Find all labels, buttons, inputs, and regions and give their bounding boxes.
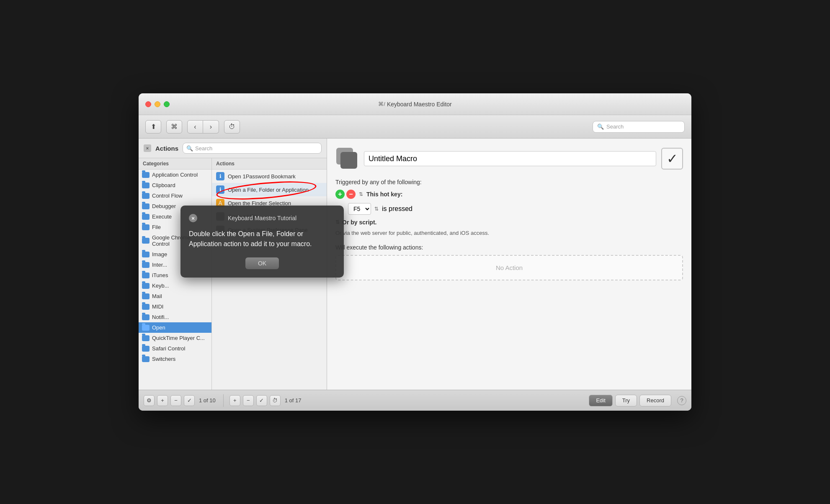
category-quicktime[interactable]: QuickTime Player C... [139, 333, 211, 343]
macro-icon [335, 147, 359, 170]
nav-buttons: ‹ › [187, 120, 219, 134]
trigger-row: + − ⇅ This hot key: [335, 190, 683, 199]
category-control-flow[interactable]: Control Flow [139, 190, 211, 201]
categories-header: Categories [139, 158, 211, 170]
macro-name-input[interactable] [364, 151, 656, 166]
triggered-by-label: Triggered by any of the following: [335, 179, 683, 185]
hotkey-row: F5 ⇅ is pressed [348, 203, 683, 215]
folder-icon [142, 262, 150, 268]
tutorial-header: × Keyboard Maestro Tutorial [189, 214, 335, 222]
folder-icon [142, 346, 150, 352]
actions-col-header: Actions [212, 158, 327, 170]
web-server-text: Or via the web server for public, authen… [335, 229, 683, 237]
remove-macro-button[interactable]: − [170, 395, 181, 406]
action-open-1password[interactable]: ℹ Open 1Password Bookmark [212, 170, 327, 183]
macros-count: 1 of 10 [199, 397, 216, 404]
icon-front-layer [340, 152, 357, 169]
folder-icon [142, 214, 150, 220]
folder-icon [142, 203, 150, 209]
folder-icon [142, 273, 150, 278]
category-mail[interactable]: Mail [139, 291, 211, 301]
history-button[interactable]: ⏱ [224, 120, 240, 134]
or-by-script-row: ⇅ Or by script. [335, 219, 683, 226]
toolbar: ⬆ ⌘ ‹ › ⏱ 🔍 Search [139, 115, 691, 139]
window-title: ⌘/ Keyboard Maestro Editor [378, 101, 451, 108]
minimize-button[interactable] [155, 101, 160, 107]
help-button[interactable]: ? [677, 396, 686, 405]
try-button[interactable]: Try [615, 395, 637, 406]
folder-icon [142, 304, 150, 310]
action-history-button[interactable]: ⏱ [270, 395, 281, 406]
maximize-button[interactable] [164, 101, 170, 107]
add-trigger-button[interactable]: + [335, 190, 345, 199]
category-safari[interactable]: Safari Control [139, 343, 211, 354]
add-macro-button[interactable]: + [157, 395, 168, 406]
bottom-divider [223, 394, 224, 407]
folder-icon [142, 314, 150, 320]
tutorial-popup: × Keyboard Maestro Tutorial Double click… [180, 206, 344, 278]
this-hot-key-label: This hot key: [366, 191, 402, 198]
search-icon: 🔍 [597, 123, 604, 130]
is-pressed-updown: ⇅ [374, 206, 379, 212]
traffic-lights [145, 101, 170, 107]
tutorial-title: Keyboard Maestro Tutorial [228, 215, 296, 221]
add-action-button[interactable]: + [229, 395, 240, 406]
main-window: ⌘/ Keyboard Maestro Editor ⬆ ⌘ ‹ › ⏱ 🔍 S… [139, 93, 691, 411]
category-clipboard[interactable]: Clipboard [139, 180, 211, 190]
record-button[interactable]: Record [639, 395, 671, 406]
back-button[interactable]: ‹ [187, 120, 203, 134]
right-panel: ✓ Triggered by any of the following: + −… [327, 139, 691, 390]
folder-icon [142, 224, 150, 230]
folder-icon [142, 283, 150, 289]
folder-icon [142, 293, 150, 299]
enable-action-button[interactable]: ✓ [256, 395, 267, 406]
actions-search[interactable]: 🔍 Search [183, 143, 322, 154]
edit-button[interactable]: Edit [589, 395, 612, 406]
updown-icon: ⇅ [359, 191, 363, 197]
is-pressed-label: is pressed [382, 205, 412, 213]
folder-icon [142, 325, 150, 331]
cmd-button[interactable]: ⌘ [166, 120, 182, 134]
action-icon: ℹ [216, 185, 224, 194]
folder-icon [142, 193, 150, 199]
left-panel-header: × Actions 🔍 Search [139, 139, 327, 158]
category-keyb[interactable]: Keyb... [139, 280, 211, 291]
toolbar-search[interactable]: 🔍 Search [593, 121, 685, 133]
folder-icon [142, 356, 150, 362]
share-button[interactable]: ⬆ [145, 120, 161, 134]
tutorial-body: Double click the Open a File, Folder or … [189, 229, 335, 249]
tutorial-ok-button[interactable]: OK [245, 257, 279, 269]
folder-icon [142, 172, 150, 178]
category-notifi[interactable]: Notifi... [139, 312, 211, 322]
search-icon: 🔍 [186, 145, 193, 152]
action-open-file-folder[interactable]: ℹ Open a File, Folder or Application [212, 183, 327, 196]
macro-enable-checkmark[interactable]: ✓ [661, 148, 683, 170]
bottom-bar: ⚙ + − ✓ 1 of 10 + − ✓ ⏱ 1 of 17 Edit Try… [139, 390, 691, 411]
will-execute-label: Will execute the following actions: [335, 244, 683, 251]
hotkey-select[interactable]: F5 [348, 203, 371, 215]
remove-action-button[interactable]: − [243, 395, 254, 406]
close-x-button[interactable]: × [144, 144, 151, 152]
tutorial-close-button[interactable]: × [189, 214, 197, 222]
enable-macro-button[interactable]: ✓ [184, 395, 195, 406]
settings-button[interactable]: ⚙ [144, 395, 155, 406]
cmd-icon: ⌘/ [378, 101, 385, 107]
actions-title: Actions [155, 145, 178, 152]
category-midi[interactable]: MIDI [139, 301, 211, 312]
trigger-section: Triggered by any of the following: + − ⇅… [335, 179, 683, 237]
action-icon: ℹ [216, 172, 224, 180]
macro-header: ✓ [335, 147, 683, 170]
folder-icon [142, 252, 150, 257]
tutorial-footer: OK [189, 257, 335, 269]
forward-button[interactable]: › [203, 120, 219, 134]
remove-trigger-button[interactable]: − [346, 190, 356, 199]
add-remove-buttons: + − [335, 190, 356, 199]
category-open[interactable]: Open [139, 322, 211, 333]
hotkey-dropdown: F5 [348, 203, 371, 215]
titlebar: ⌘/ Keyboard Maestro Editor [139, 93, 691, 115]
actions-count: 1 of 17 [285, 397, 302, 404]
folder-icon [142, 238, 150, 244]
category-application-control[interactable]: Application Control [139, 170, 211, 180]
close-button[interactable] [145, 101, 151, 107]
category-switchers[interactable]: Switchers [139, 354, 211, 364]
